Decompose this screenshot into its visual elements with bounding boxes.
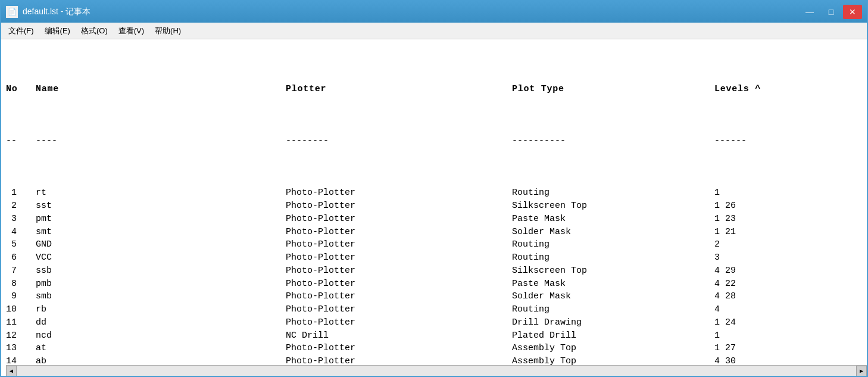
main-window: 📄 default.lst - 记事本 — □ ✕ 文件(F)编辑(E)格式(O…	[0, 0, 868, 377]
cell-levels: 4 30	[714, 355, 786, 365]
cell-no: 10	[6, 303, 36, 316]
table-row: 6VCCPhoto-PlotterRouting3	[6, 251, 855, 264]
table-row: 4smtPhoto-PlotterSolder Mask1 21	[6, 226, 855, 239]
cell-plottype: Routing	[512, 303, 714, 316]
cell-no: 1	[6, 186, 36, 200]
cell-plottype: Routing	[512, 186, 714, 200]
cell-name: rb	[36, 303, 286, 316]
table-row: 13atPhoto-PlotterAssembly Top1 27	[6, 342, 855, 355]
cell-plotter: Photo-Plotter	[286, 213, 512, 226]
window-controls: — □ ✕	[800, 5, 862, 19]
cell-levels: 1 27	[714, 342, 786, 355]
table-row: 2sstPhoto-PlotterSilkscreen Top1 26	[6, 200, 855, 213]
cell-name: ssb	[36, 264, 286, 278]
table-row: 3pmtPhoto-PlotterPaste Mask1 23	[6, 213, 855, 226]
cell-no: 4	[6, 226, 36, 239]
cell-levels: 1 24	[714, 316, 786, 329]
cell-name: at	[36, 342, 286, 355]
table-row: 14abPhoto-PlotterAssembly Top4 30	[6, 355, 855, 365]
cell-name: ncd	[36, 329, 286, 342]
cell-levels: 4 22	[714, 278, 786, 291]
cell-plotter: Photo-Plotter	[286, 200, 512, 213]
sep-name: ----	[36, 135, 286, 148]
header-name: Name	[36, 83, 286, 96]
cell-plotter: NC Drill	[286, 329, 512, 342]
cell-name: GND	[36, 238, 286, 251]
cell-name: VCC	[36, 251, 286, 264]
menu-item-V[interactable]: 查看(V)	[114, 24, 149, 38]
app-icon: 📄	[6, 6, 18, 18]
cell-levels: 1	[714, 186, 786, 200]
table-row: 1rtPhoto-PlotterRouting1	[6, 186, 855, 200]
table-row: 12ncdNC DrillPlated Drill1	[6, 329, 855, 342]
cell-name: sst	[36, 200, 286, 213]
cell-plottype: Paste Mask	[512, 213, 714, 226]
cell-plotter: Photo-Plotter	[286, 264, 512, 278]
cell-plotter: Photo-Plotter	[286, 342, 512, 355]
window-title: default.lst - 记事本	[23, 7, 90, 17]
header-plotter: Plotter	[286, 83, 512, 96]
sep-plottype: ----------	[512, 135, 714, 148]
scroll-left-button[interactable]: ◀	[6, 366, 17, 376]
menu-bar: 文件(F)编辑(E)格式(O)查看(V)帮助(H)	[1, 23, 867, 39]
sep-levels: ------	[714, 135, 786, 148]
cell-plottype: Solder Mask	[512, 290, 714, 303]
cell-levels: 4 29	[714, 264, 786, 278]
cell-plotter: Photo-Plotter	[286, 278, 512, 291]
cell-plottype: Drill Drawing	[512, 316, 714, 329]
cell-no: 9	[6, 290, 36, 303]
cell-plotter: Photo-Plotter	[286, 226, 512, 239]
table-wrapper[interactable]: No Name Plotter Plot Type Levels ^ -- --…	[6, 44, 867, 365]
table-row: 5GNDPhoto-PlotterRouting2	[6, 238, 855, 251]
close-button[interactable]: ✕	[843, 5, 862, 19]
cell-plottype: Plated Drill	[512, 329, 714, 342]
cell-name: smt	[36, 226, 286, 239]
cell-no: 12	[6, 329, 36, 342]
cell-plotter: Photo-Plotter	[286, 316, 512, 329]
cell-plottype: Solder Mask	[512, 226, 714, 239]
app-icon-glyph: 📄	[8, 8, 17, 17]
cell-no: 2	[6, 200, 36, 213]
horizontal-scrollbar[interactable]: ◀ ▶	[6, 365, 867, 376]
cell-plottype: Paste Mask	[512, 278, 714, 291]
cell-plotter: Photo-Plotter	[286, 251, 512, 264]
cell-no: 7	[6, 264, 36, 278]
cell-levels: 1	[714, 329, 786, 342]
menu-item-H[interactable]: 帮助(H)	[150, 24, 186, 38]
table-row: 7ssbPhoto-PlotterSilkscreen Top4 29	[6, 264, 855, 278]
menu-item-E[interactable]: 编辑(E)	[40, 24, 75, 38]
menu-item-O[interactable]: 格式(O)	[76, 24, 113, 38]
sep-no: --	[6, 135, 36, 148]
cell-no: 5	[6, 238, 36, 251]
header-levels: Levels ^	[714, 83, 786, 96]
separator-row: -- ---- -------- ---------- ------	[6, 135, 855, 148]
table-header-row: No Name Plotter Plot Type Levels ^	[6, 83, 855, 96]
cell-no: 3	[6, 213, 36, 226]
content-area: No Name Plotter Plot Type Levels ^ -- --…	[1, 39, 867, 376]
data-table: No Name Plotter Plot Type Levels ^ -- --…	[6, 44, 867, 365]
cell-levels: 1 26	[714, 200, 786, 213]
cell-levels: 4	[714, 303, 786, 316]
menu-item-F[interactable]: 文件(F)	[4, 24, 39, 38]
cell-plottype: Assembly Top	[512, 355, 714, 365]
cell-name: pmb	[36, 278, 286, 291]
cell-levels: 2	[714, 238, 786, 251]
cell-name: smb	[36, 290, 286, 303]
maximize-button[interactable]: □	[822, 5, 841, 19]
scroll-track[interactable]	[17, 367, 856, 375]
table-row: 10rbPhoto-PlotterRouting4	[6, 303, 855, 316]
cell-name: rt	[36, 186, 286, 200]
title-bar-left: 📄 default.lst - 记事本	[6, 6, 90, 18]
scroll-right-button[interactable]: ▶	[856, 366, 867, 376]
minimize-button[interactable]: —	[800, 5, 819, 19]
cell-plotter: Photo-Plotter	[286, 355, 512, 365]
cell-no: 6	[6, 251, 36, 264]
cell-plottype: Routing	[512, 238, 714, 251]
header-no: No	[6, 83, 36, 96]
cell-plottype: Silkscreen Top	[512, 264, 714, 278]
cell-plotter: Photo-Plotter	[286, 238, 512, 251]
cell-plotter: Photo-Plotter	[286, 186, 512, 200]
table-row: 9smbPhoto-PlotterSolder Mask4 28	[6, 290, 855, 303]
cell-name: dd	[36, 316, 286, 329]
cell-no: 8	[6, 278, 36, 291]
